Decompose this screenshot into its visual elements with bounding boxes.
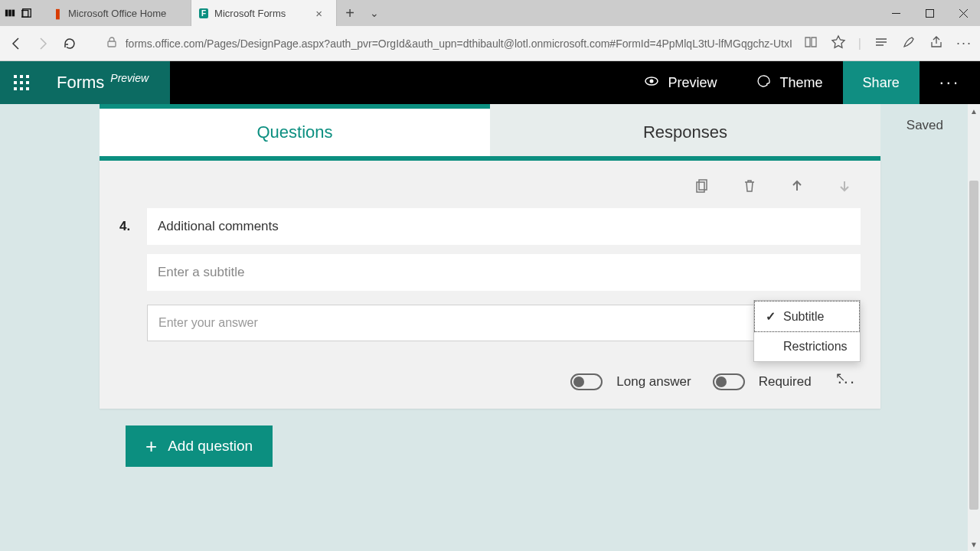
header-more-button[interactable]: ··· — [920, 73, 980, 93]
new-tab-button[interactable]: + — [337, 0, 363, 26]
share-button[interactable]: Share — [843, 61, 920, 104]
browser-tab-forms[interactable]: F Microsoft Forms × — [191, 0, 337, 26]
long-answer-toggle[interactable] — [570, 373, 603, 390]
tab-label: Microsoft Office Home — [68, 8, 166, 19]
taskview-icon[interactable] — [5, 8, 15, 18]
office-icon: ❚ — [54, 8, 62, 19]
refresh-button[interactable] — [61, 34, 77, 54]
svg-rect-14 — [20, 75, 23, 78]
svg-rect-13 — [14, 75, 17, 78]
move-up-button[interactable] — [789, 178, 805, 194]
svg-rect-24 — [699, 180, 707, 190]
svg-rect-2 — [12, 10, 15, 17]
scroll-down-icon[interactable]: ▼ — [968, 537, 980, 551]
brand-title: Forms — [57, 73, 104, 93]
more-browser-icon[interactable]: ··· — [956, 35, 972, 51]
long-answer-label: Long answer — [616, 374, 691, 390]
minimize-button[interactable] — [879, 0, 913, 26]
browser-toolbar: forms.office.com/Pages/DesignPage.aspx?a… — [0, 26, 980, 61]
required-toggle[interactable] — [713, 373, 745, 390]
svg-rect-9 — [108, 41, 116, 47]
save-status: Saved — [906, 118, 943, 133]
svg-rect-17 — [20, 81, 23, 84]
forward-button — [34, 34, 51, 54]
address-url[interactable]: forms.office.com/Pages/DesignPage.aspx?a… — [126, 37, 792, 50]
menu-item-subtitle[interactable]: Subtitle — [754, 301, 860, 332]
windows-icon[interactable] — [21, 8, 32, 18]
svg-rect-19 — [14, 87, 17, 90]
notes-icon[interactable] — [901, 34, 916, 53]
question-number: 4. — [119, 208, 135, 234]
svg-rect-1 — [8, 10, 11, 17]
forms-icon: F — [199, 8, 208, 18]
question-footer: Long answer Required ··· ↖ — [100, 360, 880, 409]
svg-rect-15 — [26, 75, 29, 78]
move-down-button[interactable] — [836, 178, 853, 194]
eye-icon — [644, 73, 659, 93]
maximize-button[interactable] — [913, 0, 946, 26]
preview-button[interactable]: Preview — [624, 61, 737, 104]
svg-rect-25 — [697, 182, 704, 192]
favorites-icon[interactable] — [831, 34, 846, 53]
reading-view-icon[interactable] — [803, 34, 818, 53]
delete-question-button[interactable] — [741, 178, 758, 194]
menu-item-restrictions[interactable]: Restrictions — [754, 332, 860, 361]
question-options-menu: Subtitle Restrictions — [753, 300, 861, 362]
scroll-up-icon[interactable]: ▲ — [968, 104, 980, 118]
hub-icon[interactable] — [874, 34, 889, 53]
question-editor: 4. Enter your answer Subtitle Restrictio… — [100, 156, 880, 360]
share-label: Share — [863, 75, 900, 91]
add-question-button[interactable]: + Add question — [126, 425, 273, 467]
app-launcher-button[interactable] — [0, 61, 43, 104]
back-button[interactable] — [8, 34, 24, 54]
svg-point-23 — [649, 79, 653, 83]
close-window-button[interactable] — [946, 0, 980, 26]
palette-icon — [757, 74, 771, 92]
svg-rect-20 — [20, 87, 23, 90]
theme-button[interactable]: Theme — [737, 61, 843, 104]
tab-dropdown-button[interactable]: ⌄ — [363, 0, 386, 26]
theme-label: Theme — [780, 75, 823, 91]
brand[interactable]: Forms Preview — [43, 61, 170, 104]
svg-rect-16 — [14, 81, 17, 84]
question-title-input[interactable] — [147, 208, 861, 245]
required-label: Required — [759, 374, 812, 390]
tab-questions[interactable]: Questions — [100, 104, 490, 156]
svg-rect-0 — [5, 10, 8, 17]
window-titlebar: ❚ Microsoft Office Home F Microsoft Form… — [0, 0, 980, 26]
app-header: Forms Preview Preview Theme Share ··· — [0, 61, 980, 104]
svg-rect-6 — [926, 9, 933, 17]
tab-label: Microsoft Forms — [214, 8, 286, 19]
browser-tab-office-home[interactable]: ❚ Microsoft Office Home — [46, 0, 191, 26]
share-page-icon[interactable] — [929, 34, 944, 53]
question-subtitle-input[interactable] — [147, 254, 861, 291]
scroll-thumb[interactable] — [969, 181, 978, 510]
lock-icon[interactable] — [106, 36, 118, 51]
svg-rect-21 — [26, 87, 29, 90]
add-question-label: Add question — [168, 438, 253, 455]
copy-question-button[interactable] — [694, 178, 710, 194]
cursor-icon: ↖ — [835, 370, 847, 384]
page-scrollbar[interactable]: ▲ ▼ — [968, 104, 980, 551]
tab-responses[interactable]: Responses — [490, 104, 880, 156]
preview-label: Preview — [668, 75, 717, 91]
question-more-button[interactable]: ··· ↖ — [833, 372, 861, 392]
svg-rect-18 — [26, 81, 29, 84]
brand-subtitle: Preview — [110, 72, 149, 84]
close-tab-icon[interactable]: × — [315, 7, 322, 20]
page-body: Saved Questions Responses 4. — [0, 104, 980, 551]
